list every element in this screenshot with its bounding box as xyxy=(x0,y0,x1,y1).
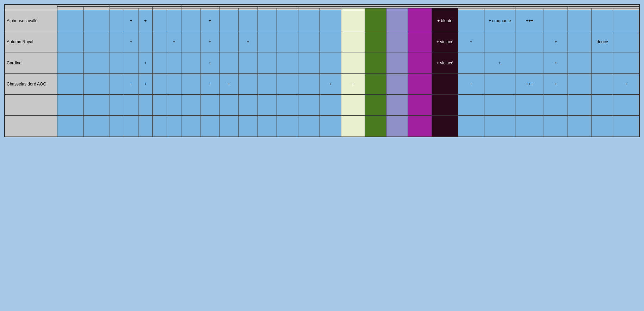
cell-pulpe_ferme: + xyxy=(544,31,568,52)
cell-long_plus xyxy=(167,74,181,95)
cell-pepin_avec xyxy=(181,31,200,52)
cell-gout_sucre: + xyxy=(320,74,341,95)
cell-forme_p xyxy=(110,116,124,137)
cell-gout_acide xyxy=(298,74,320,95)
cell-arome_musque xyxy=(613,10,639,31)
cell-taille_ovale xyxy=(239,95,258,116)
cell-feuille xyxy=(57,95,83,116)
cell-taille_rond xyxy=(219,116,239,137)
cell-arome_faible xyxy=(568,74,592,95)
cell-pellicule_mince xyxy=(458,95,484,116)
cell-forme_g: + xyxy=(138,52,153,74)
cell-forme_g xyxy=(138,116,153,137)
cell-arome_musque xyxy=(613,31,639,52)
cell-couleur_noire: + violacé xyxy=(432,31,458,52)
cell-rafle xyxy=(83,10,110,31)
cell-arome_faible xyxy=(568,116,592,137)
cell-pellicule_mince xyxy=(458,10,484,31)
cell-gout_acide xyxy=(298,116,320,137)
cell-gout_acide xyxy=(298,31,320,52)
cell-nom xyxy=(5,116,57,137)
cell-couleur_rouge xyxy=(408,95,432,116)
cell-pulpe_juteuse xyxy=(515,95,544,116)
cell-pepin_avec xyxy=(181,10,200,31)
cell-rafle xyxy=(83,95,110,116)
cell-nom xyxy=(5,95,57,116)
cell-pulpe_juteuse xyxy=(515,116,544,137)
cell-arome_fine xyxy=(592,116,613,137)
cell-arome_faible xyxy=(568,10,592,31)
cell-taille_ovale xyxy=(239,74,258,95)
cell-fermete_mou xyxy=(258,95,277,116)
cell-forme_m xyxy=(124,95,138,116)
cell-long_minus xyxy=(153,10,167,31)
cell-feuille xyxy=(57,10,83,31)
cell-pepin_sans xyxy=(200,116,219,137)
cell-fermete_mou xyxy=(258,31,277,52)
cell-couleur_vert xyxy=(365,95,386,116)
cell-feuille xyxy=(57,31,83,52)
table-row xyxy=(5,116,639,137)
cell-pellicule_epaisse xyxy=(484,116,515,137)
cell-gout_sucre xyxy=(320,95,341,116)
cell-long_minus xyxy=(153,116,167,137)
cell-feuille xyxy=(57,52,83,74)
cell-fermete_mou xyxy=(258,74,277,95)
cell-arome_fine xyxy=(592,74,613,95)
cell-long_minus xyxy=(153,95,167,116)
rafle-header xyxy=(83,7,110,10)
cell-nom: Chasselas doré AOC xyxy=(5,74,57,95)
cell-rafle xyxy=(83,74,110,95)
cell-forme_m: + xyxy=(124,74,138,95)
cell-gout_sucre xyxy=(320,31,341,52)
cell-pulpe_juteuse xyxy=(515,52,544,74)
cell-long_plus: + xyxy=(167,31,181,52)
cell-long_plus xyxy=(167,116,181,137)
cell-nom: Cardinal xyxy=(5,52,57,74)
cell-fermete_ferme xyxy=(277,52,298,74)
cell-pellicule_mince: + xyxy=(458,31,484,52)
cell-forme_g: + xyxy=(138,10,153,31)
cell-couleur_noire: + violacé xyxy=(432,52,458,74)
cell-pellicule_epaisse xyxy=(484,74,515,95)
cell-couleur_blanc: + xyxy=(341,74,365,95)
cell-pepin_avec xyxy=(181,52,200,74)
cell-long_plus xyxy=(167,95,181,116)
cell-couleur_vert xyxy=(365,52,386,74)
cell-couleur_rouge xyxy=(408,116,432,137)
cell-pepin_sans: + xyxy=(200,52,219,74)
cell-rafle xyxy=(83,31,110,52)
cell-couleur_bleu xyxy=(386,116,408,137)
cell-gout_sucre xyxy=(320,52,341,74)
cell-forme_m: + xyxy=(124,10,138,31)
cell-couleur_bleu xyxy=(386,95,408,116)
cell-forme_g: + xyxy=(138,74,153,95)
cell-couleur_vert xyxy=(365,74,386,95)
table-row: Autumn Royal+++++ violacé++douce xyxy=(5,31,639,52)
feuille-header xyxy=(57,7,83,10)
cell-arome_musque xyxy=(613,52,639,74)
cell-arome_fine xyxy=(592,52,613,74)
cell-couleur_vert xyxy=(365,116,386,137)
cell-forme_p xyxy=(110,74,124,95)
table-row: Chasselas doré AOC++++++++++++ xyxy=(5,74,639,95)
cell-forme_p xyxy=(110,31,124,52)
cell-feuille xyxy=(57,74,83,95)
cell-taille_ovale xyxy=(239,10,258,31)
cell-couleur_vert xyxy=(365,31,386,52)
cell-fermete_mou xyxy=(258,10,277,31)
table-row: Cardinal+++ violacé++ xyxy=(5,52,639,74)
cell-fermete_ferme xyxy=(277,95,298,116)
cell-rafle xyxy=(83,52,110,74)
cell-arome_musque xyxy=(613,116,639,137)
cell-arome_faible xyxy=(568,31,592,52)
cell-arome_faible xyxy=(568,52,592,74)
cell-taille_ovale: + xyxy=(239,31,258,52)
cell-couleur_rouge xyxy=(408,74,432,95)
cell-couleur_noire xyxy=(432,74,458,95)
cell-nom: Alphonse lavallé xyxy=(5,10,57,31)
cell-pellicule_mince: + xyxy=(458,74,484,95)
table-row: Alphonse lavallé++++ bleuté+ croquante++… xyxy=(5,10,639,31)
cell-forme_g xyxy=(138,31,153,52)
cell-pulpe_ferme xyxy=(544,116,568,137)
